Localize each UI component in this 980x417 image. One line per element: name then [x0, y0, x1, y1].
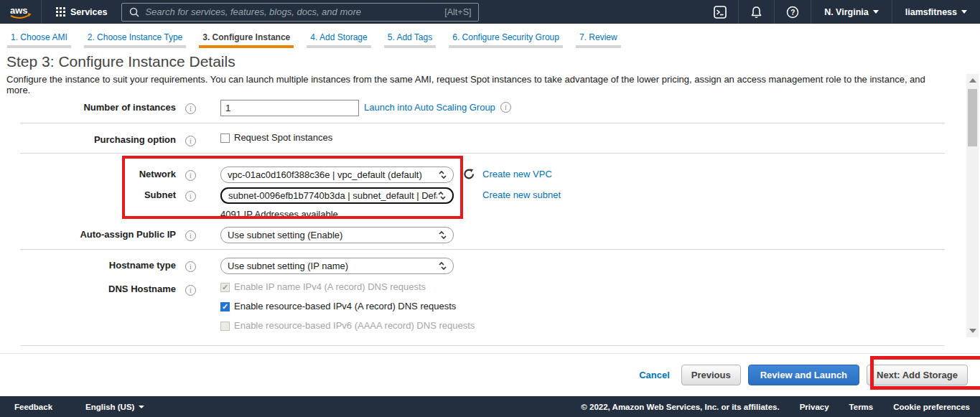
feedback-link[interactable]: Feedback [14, 403, 52, 411]
tab-add-storage[interactable]: 4. Add Storage [307, 32, 370, 48]
search-icon [129, 7, 139, 17]
search-shortcut-hint: [Alt+S] [444, 7, 471, 17]
select-arrows-icon [438, 261, 447, 271]
info-icon[interactable]: i [500, 102, 511, 113]
page-title: Step 3: Configure Instance Details [6, 53, 951, 70]
dns-option-row: Enable resource-based IPv6 (AAAA record)… [220, 320, 475, 331]
create-new-vpc-link[interactable]: Create new VPC [482, 167, 552, 179]
launch-into-auto-scaling-group-link[interactable]: Launch into Auto Scaling Group [364, 100, 495, 113]
services-grid-icon [56, 7, 65, 17]
enable-resource-based-ipv6-label: Enable resource-based IPv6 (AAAA record)… [234, 320, 475, 331]
row-auto-assign-public-ip: Auto-assign Public IP i Use subnet setti… [0, 221, 960, 249]
info-icon[interactable]: i [185, 136, 196, 146]
hostname-type-label: Hostname type [0, 258, 176, 271]
svg-text:aws: aws [10, 5, 28, 16]
tab-configure-instance[interactable]: 3. Configure Instance [199, 32, 294, 48]
select-arrows-icon [437, 191, 447, 200]
tab-add-tags[interactable]: 5. Add Tags [384, 32, 437, 48]
aws-logo[interactable]: aws [0, 0, 42, 24]
wizard-step-tabs: 1. Choose AMI 2. Choose Instance Type 3.… [0, 24, 980, 50]
notifications-button[interactable] [739, 0, 774, 24]
page-heading: Step 3: Configure Instance Details Confi… [6, 53, 951, 95]
enable-resource-based-ipv4-checkbox[interactable] [220, 302, 230, 311]
svg-text:?: ? [790, 8, 795, 16]
row-purchasing-option: Purchasing option i Request Spot instanc… [0, 123, 960, 153]
account-label: liamsfitness [905, 7, 957, 17]
subnet-label: Subnet [0, 187, 176, 200]
language-selector[interactable]: English (US) [85, 403, 144, 411]
row-hostname-type: Hostname type i Use subnet setting (IP n… [0, 250, 960, 281]
enable-ip-name-ipv4-label: Enable IP name IPv4 (A record) DNS reque… [234, 281, 426, 292]
tab-choose-instance-type[interactable]: 2. Choose Instance Type [84, 32, 187, 48]
region-label: N. Virginia [824, 7, 869, 17]
row-subnet: Subnet i subnet-0096efb1b7740b3da | subn… [0, 187, 960, 221]
cloudshell-terminal-icon [714, 6, 727, 19]
info-icon[interactable]: i [185, 103, 196, 114]
cancel-button[interactable]: Cancel [639, 370, 670, 380]
wizard-action-bar: Cancel Previous Review and Launch Next: … [0, 353, 980, 396]
enable-ip-name-ipv4-checkbox [220, 283, 230, 292]
request-spot-instances-checkbox[interactable] [220, 133, 230, 143]
auto-assign-public-ip-select[interactable]: Use subnet setting (Enable) [220, 227, 454, 243]
info-icon[interactable]: i [185, 261, 196, 272]
services-menu[interactable]: Services [42, 0, 120, 24]
chevron-down-icon [873, 10, 879, 14]
network-select-value: vpc-01ac0d160f388c36e | vpc_default (def… [228, 169, 438, 180]
purchasing-option-label: Purchasing option [0, 132, 176, 145]
number-of-instances-label: Number of instances [0, 100, 176, 113]
cloudshell-button[interactable] [702, 0, 738, 24]
tab-configure-security-group[interactable]: 6. Configure Security Group [449, 32, 563, 48]
copyright-text: © 2022, Amazon Web Services, Inc. or its… [581, 403, 779, 411]
tab-review[interactable]: 7. Review [576, 32, 621, 48]
region-selector[interactable]: N. Virginia [811, 0, 892, 24]
subnet-select-value: subnet-0096efb1b7740b3da | subnet_defaul… [228, 190, 437, 201]
dns-option-row: Enable IP name IPv4 (A record) DNS reque… [220, 281, 426, 292]
network-select[interactable]: vpc-01ac0d160f388c36e | vpc_default (def… [220, 167, 454, 183]
global-search[interactable]: [Alt+S] [121, 3, 479, 22]
subnet-select[interactable]: subnet-0096efb1b7740b3da | subnet_defaul… [220, 187, 454, 204]
privacy-link[interactable]: Privacy [800, 403, 829, 411]
refresh-vpc-button[interactable] [463, 168, 475, 183]
row-number-of-instances: Number of instances i Launch into Auto S… [0, 93, 960, 123]
info-icon[interactable]: i [185, 191, 196, 202]
footer-bar: Feedback English (US) © 2022, Amazon Web… [0, 396, 980, 417]
hostname-type-select[interactable]: Use subnet setting (IP name) [220, 258, 454, 274]
select-arrows-icon [438, 170, 447, 179]
create-new-subnet-link[interactable]: Create new subnet [482, 187, 561, 204]
chevron-down-icon [139, 406, 144, 408]
chevron-down-icon [961, 10, 967, 14]
next-add-storage-button[interactable]: Next: Add Storage [867, 365, 968, 385]
section-divider [20, 345, 945, 346]
top-navigation-bar: aws Services [Alt+S] [0, 0, 980, 24]
account-menu[interactable]: liamsfitness [892, 0, 980, 24]
request-spot-instances-label: Request Spot instances [234, 132, 332, 143]
bell-icon [750, 6, 762, 19]
enable-resource-based-ipv6-checkbox [220, 322, 230, 331]
enable-resource-based-ipv4-label: Enable resource-based IPv4 (A record) DN… [234, 301, 456, 311]
previous-button[interactable]: Previous [681, 365, 741, 385]
scrollbar-down-arrow[interactable] [969, 329, 976, 333]
cookie-preferences-link[interactable]: Cookie preferences [893, 403, 970, 411]
review-and-launch-button[interactable]: Review and Launch [748, 365, 859, 385]
scrollbar-up-arrow[interactable] [969, 78, 976, 83]
scrollbar-thumb[interactable] [968, 89, 977, 146]
aws-logo-icon: aws [9, 4, 33, 20]
tab-choose-ami[interactable]: 1. Choose AMI [7, 32, 71, 48]
help-button[interactable]: ? [775, 0, 811, 24]
info-icon[interactable]: i [185, 230, 196, 241]
subnet-ip-availability-note: 4091 IP Addresses available [220, 209, 338, 220]
hostname-type-value: Use subnet setting (IP name) [228, 261, 438, 271]
help-icon: ? [786, 6, 799, 19]
info-icon[interactable]: i [185, 170, 196, 181]
topnav-right-group: ? N. Virginia liamsfitness [702, 0, 980, 24]
dns-option-row: Enable resource-based IPv4 (A record) DN… [220, 301, 456, 311]
vertical-scrollbar[interactable] [966, 74, 979, 337]
configure-instance-form: Number of instances i Launch into Auto S… [0, 93, 960, 346]
network-label: Network [0, 167, 176, 179]
number-of-instances-input[interactable] [220, 100, 359, 116]
select-arrows-icon [438, 230, 447, 240]
terms-link[interactable]: Terms [849, 403, 874, 411]
services-label: Services [70, 7, 107, 17]
search-input[interactable] [145, 6, 439, 17]
info-icon[interactable]: i [185, 285, 196, 296]
